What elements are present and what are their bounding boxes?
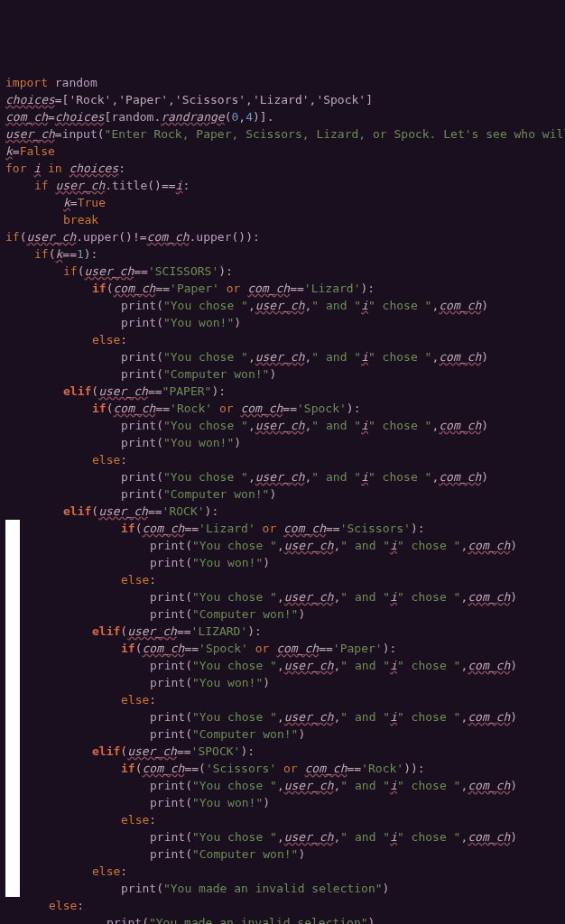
code-line: choices=['Rock','Paper','Scissors','Liza… <box>5 91 560 108</box>
code-line: print("You won!") <box>5 314 560 331</box>
code-line: print("You won!") <box>5 554 560 571</box>
code-line: if(user_ch.upper()!=com_ch.upper()): <box>5 228 560 245</box>
code-line: print("You chose ",user_ch," and "i" cho… <box>5 537 560 554</box>
code-line: if(k==1): <box>5 245 560 263</box>
code-line: user_ch=input("Enter Rock, Paper, Scisso… <box>5 125 560 143</box>
code-line: k=False <box>5 143 560 160</box>
code-line: if(com_ch=='Lizard' or com_ch=='Scissors… <box>5 520 560 537</box>
code-line: com_ch=choices[random.randrange(0,4)]. <box>5 108 560 125</box>
code-line: print("You chose ",user_ch," and "i" cho… <box>5 417 560 434</box>
code-line: else: <box>5 691 560 708</box>
code-line: print("You made an invalid selection") <box>5 880 560 897</box>
code-line: if(com_ch=='Paper' or com_ch=='Lizard'): <box>5 280 560 297</box>
code-line: else: <box>5 571 560 588</box>
code-line: print("You chose ",user_ch," and "i" cho… <box>5 708 560 725</box>
code-line: print("You chose ",user_ch," and "i" cho… <box>5 588 560 605</box>
code-line: for i in choices: <box>5 160 560 177</box>
code-line: import random <box>5 74 560 91</box>
code-line: print("Computer won!") <box>5 365 560 383</box>
code-line: print("You chose ",user_ch," and "i" cho… <box>5 777 560 794</box>
code-line: if(com_ch=='Rock' or com_ch=='Spock'): <box>5 400 560 417</box>
code-line: elif(user_ch=='ROCK'): <box>5 503 560 520</box>
code-line: elif(user_ch=="PAPER"): <box>5 383 560 400</box>
code-line: elif(user_ch=='LIZARD'): <box>5 623 560 640</box>
code-line: elif(user_ch=='SPOCK'): <box>5 743 560 760</box>
code-line: else: <box>5 897 560 914</box>
code-line: print("You chose ",user_ch," and "i" cho… <box>5 297 560 314</box>
code-line: if(com_ch=='Spock' or com_ch=='Paper'): <box>5 640 560 657</box>
code-line: else: <box>5 811 560 828</box>
code-line: print("Computer won!") <box>5 725 560 743</box>
code-line: print("You chose ",user_ch," and "i" cho… <box>5 468 560 485</box>
code-line: print("You won!") <box>5 434 560 451</box>
code-line: else: <box>5 863 560 880</box>
code-line: print("You chose ",user_ch," and "i" cho… <box>5 657 560 674</box>
code-line: print("You chose ",user_ch," and "i" cho… <box>5 828 560 845</box>
code-line: if user_ch.title()==i: <box>5 177 560 194</box>
code-line: print("You made an invalid selection") <box>5 914 560 924</box>
code-line: else: <box>5 451 560 468</box>
code-line: else: <box>5 331 560 348</box>
code-line: print("Computer won!") <box>5 845 560 863</box>
code-line: print("You won!") <box>5 674 560 691</box>
code-line: if(com_ch==('Scissors' or com_ch=='Rock'… <box>5 760 560 777</box>
code-line: break <box>5 211 560 228</box>
code-line: k=True <box>5 194 560 211</box>
code-line: print("Computer won!") <box>5 605 560 623</box>
code-line: print("You won!") <box>5 794 560 811</box>
code-editor[interactable]: import randomchoices=['Rock','Paper','Sc… <box>5 74 560 924</box>
code-line: print("You chose ",user_ch," and "i" cho… <box>5 348 560 365</box>
code-line: print("Computer won!") <box>5 485 560 503</box>
code-line: if(user_ch=='SCISSORS'): <box>5 263 560 280</box>
